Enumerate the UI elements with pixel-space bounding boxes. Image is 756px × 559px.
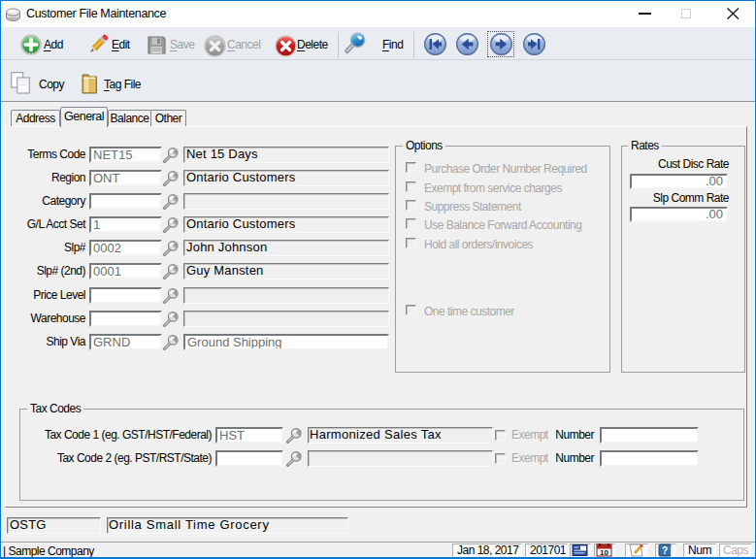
svg-text:?: ? [662, 545, 668, 556]
svg-text:10: 10 [600, 548, 608, 557]
